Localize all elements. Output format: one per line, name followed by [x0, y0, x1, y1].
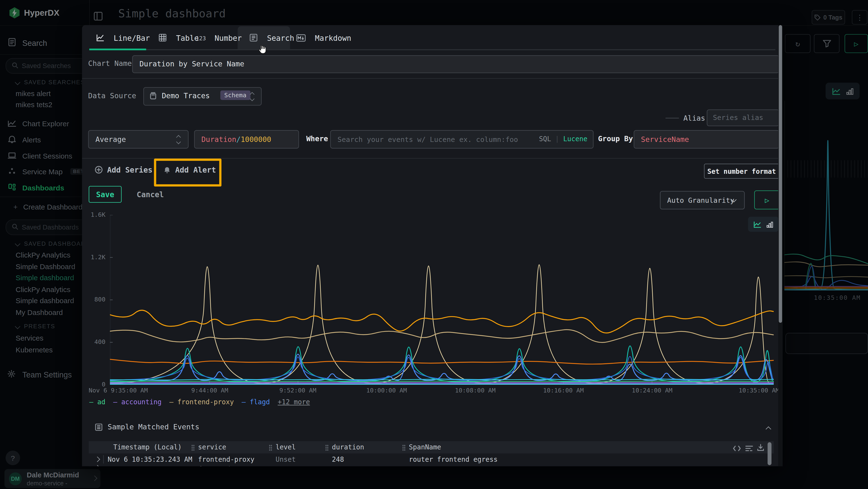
- tab-line-bar[interactable]: Line/Bar: [96, 32, 150, 43]
- active-tab-underline: [89, 49, 146, 50]
- modal-scrollbar-thumb[interactable]: [779, 25, 782, 323]
- table-icon: [158, 33, 167, 42]
- cell-spanname: router frontend egress: [409, 456, 498, 463]
- legend-item[interactable]: — ad: [89, 398, 105, 406]
- sql-option[interactable]: SQL: [539, 135, 551, 143]
- set-number-format-button[interactable]: Set number format: [704, 164, 779, 179]
- tab-search[interactable]: Search: [249, 32, 294, 43]
- aggregation-select[interactable]: Average: [88, 130, 189, 148]
- line-chart-icon: [96, 33, 104, 42]
- field-expression-input[interactable]: Duration/1000000: [194, 130, 299, 148]
- legend-swatch: —: [113, 398, 121, 406]
- app-root: HyperDX Simple dashboard 0 Tags ⋮ Search…: [0, 0, 868, 489]
- edit-chart-modal: Line/Bar Table 123 Number Search Markdow…: [82, 25, 783, 466]
- data-source-select[interactable]: Demo Traces Schema: [144, 87, 261, 106]
- events-list-icon: [95, 423, 102, 431]
- database-icon: [150, 92, 157, 102]
- plus-circle-icon: [95, 166, 102, 174]
- query-language-toggle[interactable]: SQL | Lucene: [539, 135, 588, 143]
- legend-more-link[interactable]: +12 more: [278, 398, 310, 406]
- cell-duration: 248: [332, 456, 344, 463]
- collapse-section-icon[interactable]: [766, 427, 771, 432]
- x-axis-tick-label: Nov 6 9:35:00 AM: [89, 387, 148, 394]
- lucene-option[interactable]: Lucene: [563, 135, 587, 143]
- tab-underline-track: [89, 49, 775, 51]
- mouse-cursor: [257, 44, 267, 57]
- run-chart-button[interactable]: ▷: [754, 191, 780, 209]
- x-axis-tick-label: 10:08:00 AM: [455, 387, 496, 394]
- cell-timestamp: Nov 6 10:35:23.243 AM: [108, 456, 192, 463]
- drag-handle-icon[interactable]: [325, 444, 329, 451]
- drag-handle-icon[interactable]: [269, 444, 272, 451]
- save-button[interactable]: Save: [89, 186, 122, 202]
- drag-handle-icon[interactable]: [191, 444, 195, 451]
- chart-name-label: Chart Name: [88, 59, 132, 67]
- markdown-icon: [296, 34, 306, 42]
- group-by-value: ServiceName: [641, 135, 689, 144]
- events-table-row[interactable]: Nov 6 10:35:23.243 AM frontend-proxy Uns…: [89, 454, 774, 465]
- x-axis-labels: Nov 6 9:35:00 AM9:44:00 AM9:52:00 AM10:0…: [110, 387, 774, 395]
- sample-events-header[interactable]: Sample Matched Events: [95, 423, 199, 431]
- cell-service: frontend-proxy: [198, 465, 254, 466]
- drag-handle-icon[interactable]: [402, 444, 406, 451]
- x-axis-tick-label: 9:44:00 AM: [191, 387, 228, 394]
- chart-name-input[interactable]: Duration by Service Name: [132, 55, 779, 73]
- legend-item[interactable]: — accounting: [113, 398, 161, 406]
- search-list-icon: [249, 33, 258, 42]
- aggregation-value: Average: [95, 135, 126, 144]
- legend-item[interactable]: — flagd: [242, 398, 270, 406]
- y-axis-tick-label: 1.6K: [91, 211, 105, 219]
- col-duration[interactable]: duration: [332, 443, 364, 451]
- code-icon[interactable]: [733, 443, 741, 454]
- lang-divider: |: [555, 135, 559, 143]
- where-input[interactable]: Search your events w/ Lucene ex. column:…: [330, 130, 594, 148]
- col-timestamp[interactable]: Timestamp (Local): [113, 443, 182, 451]
- cell-service: frontend-proxy: [198, 456, 254, 463]
- x-axis-tick-label: 9:52:00 AM: [279, 387, 316, 394]
- x-axis-tick-label: 10:16:00 AM: [543, 387, 584, 394]
- select-updown-icon: [177, 136, 180, 143]
- expand-row-icon[interactable]: [94, 456, 100, 462]
- wrap-lines-icon[interactable]: [745, 443, 753, 454]
- x-axis-tick-label: 10:00:00 AM: [366, 387, 407, 394]
- granularity-value: Auto Granularity: [667, 196, 735, 204]
- tab-number[interactable]: 123 Number: [196, 32, 242, 43]
- alias-input[interactable]: Series alias: [707, 109, 779, 126]
- select-updown-icon: [250, 93, 254, 100]
- schema-badge: Schema: [220, 90, 250, 100]
- events-table-header: Timestamp (Local) service level duration…: [89, 441, 774, 454]
- sample-events-title: Sample Matched Events: [108, 423, 199, 431]
- expand-row-icon: [94, 465, 100, 466]
- y-axis-tick-label: 400: [94, 338, 105, 346]
- cell-spanname: router: [409, 465, 433, 466]
- col-level[interactable]: level: [276, 443, 296, 451]
- modal-scrollbar-track[interactable]: [778, 25, 783, 466]
- tab-markdown[interactable]: Markdown: [296, 32, 351, 43]
- where-placeholder: Search your events w/ Lucene ex. column:…: [338, 135, 518, 144]
- main-chart: [110, 215, 774, 385]
- data-source-label: Data Source: [88, 91, 136, 100]
- events-table-row-clipped[interactable]: Nov 6 10:35:23.243 AM frontend-proxy Uns…: [89, 465, 774, 466]
- legend-item[interactable]: — frontend-proxy: [169, 398, 234, 406]
- granularity-select[interactable]: Auto Granularity: [660, 191, 745, 209]
- table-scrollbar[interactable]: [768, 442, 772, 465]
- chart-legend: — ad— accounting— frontend-proxy— flagd+…: [89, 398, 310, 406]
- row-divider: [103, 455, 104, 464]
- tab-bar: Line/Bar Table 123 Number Search Markdow…: [82, 25, 783, 51]
- cell-level: Unset: [276, 465, 296, 466]
- add-series-button[interactable]: Add Series: [95, 165, 152, 174]
- add-alert-highlight-box: [154, 159, 222, 186]
- x-axis-tick-label: 10:24:00 AM: [632, 387, 673, 394]
- cell-timestamp: Nov 6 10:35:23.243 AM: [108, 465, 192, 466]
- col-spanname[interactable]: SpanName: [409, 443, 441, 451]
- tab-table[interactable]: Table: [158, 32, 199, 43]
- field-op: /: [236, 135, 241, 144]
- col-service[interactable]: service: [198, 443, 226, 451]
- cancel-button[interactable]: Cancel: [137, 190, 164, 199]
- data-source-value: Demo Traces: [162, 91, 210, 100]
- alias-label: Alias: [683, 114, 705, 122]
- download-icon[interactable]: [757, 443, 764, 454]
- y-axis-tick-label: 800: [94, 296, 105, 303]
- legend-swatch: —: [89, 398, 97, 406]
- group-by-input[interactable]: ServiceName: [633, 130, 779, 148]
